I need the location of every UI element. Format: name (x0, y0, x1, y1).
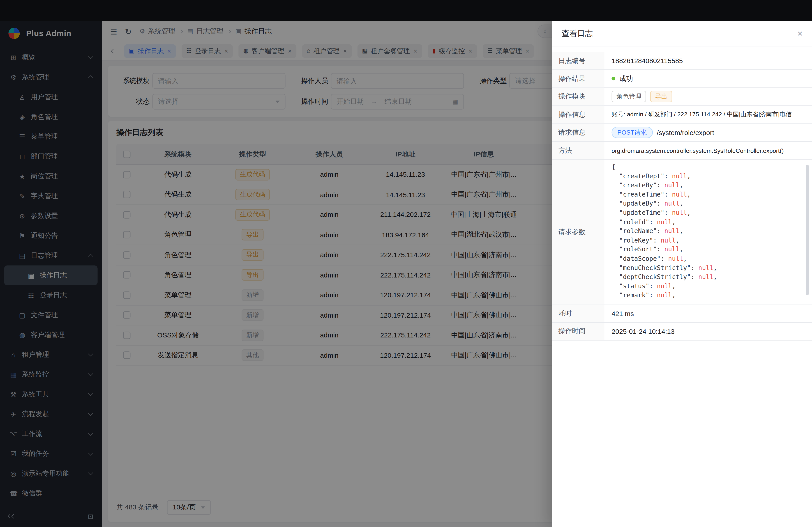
detail-label: 操作模块 (552, 88, 604, 105)
detail-label: 操作时间 (552, 323, 604, 340)
detail-label: 日志编号 (552, 52, 604, 69)
detail-label: 耗时 (552, 305, 604, 322)
drawer-header: 查看日志 × (552, 21, 812, 46)
log-id-value: 1882612840802115585 (604, 52, 812, 69)
result-value: 成功 (619, 74, 633, 83)
log-detail-drawer: 查看日志 × 日志编号 1882612840802115585 操作结果 成功 … (552, 21, 812, 527)
drawer-title: 查看日志 (562, 28, 593, 38)
detail-row-params: 请求参数 { "createDept": null, "createBy": n… (552, 160, 812, 305)
request-params-code[interactable]: { "createDept": null, "createBy": null, … (612, 163, 805, 300)
detail-row-duration: 耗时 421 ms (552, 305, 812, 323)
business-type-tag: 导出 (650, 91, 672, 102)
success-status-dot (612, 77, 615, 80)
close-icon[interactable]: × (797, 29, 802, 37)
operation-time-value: 2025-01-24 10:14:13 (604, 323, 812, 340)
detail-label: 操作结果 (552, 70, 604, 87)
detail-label: 方法 (552, 142, 604, 159)
detail-row-log-id: 日志编号 1882612840802115585 (552, 52, 812, 70)
duration-value: 421 ms (604, 305, 812, 322)
request-method-tag: POST请求 (612, 127, 653, 138)
app: Plus Admin ⊞ 概览 ⚙ 系统管理 (0, 21, 812, 527)
code-scrollbar[interactable] (806, 165, 809, 295)
module-tag: 角色管理 (612, 91, 646, 102)
detail-row-module: 操作模块 角色管理 导出 (552, 88, 812, 106)
detail-row-info: 操作信息 账号: admin / 研发部门 / 222.175.114.242 … (552, 106, 812, 124)
detail-label: 操作信息 (552, 106, 604, 123)
detail-row-method: 方法 org.dromara.system.controller.system.… (552, 142, 812, 160)
request-url: /system/role/export (657, 129, 714, 136)
window-top-strip (0, 0, 812, 21)
log-detail-table: 日志编号 1882612840802115585 操作结果 成功 操作模块 角色… (552, 51, 812, 341)
detail-label: 请求信息 (552, 123, 604, 141)
detail-row-request: 请求信息 POST请求 /system/role/export (552, 123, 812, 142)
operation-info-value: 账号: admin / 研发部门 / 222.175.114.242 / 中国|… (604, 106, 812, 123)
detail-label: 请求参数 (552, 160, 604, 304)
detail-row-time: 操作时间 2025-01-24 10:14:13 (552, 323, 812, 341)
method-value: org.dromara.system.controller.system.Sys… (604, 142, 812, 159)
screen: Plus Admin ⊞ 概览 ⚙ 系统管理 (0, 0, 812, 527)
detail-row-result: 操作结果 成功 (552, 70, 812, 88)
